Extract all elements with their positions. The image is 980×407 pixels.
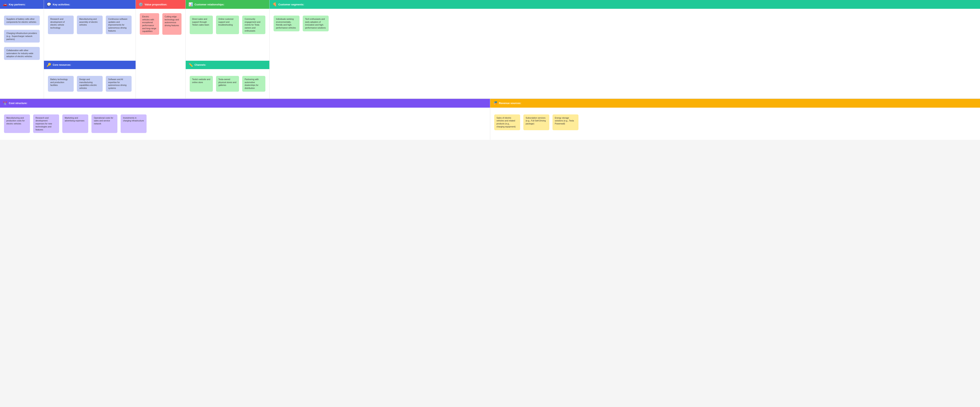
- cost-structure-body: Manufacturing and production costs for e…: [0, 108, 490, 140]
- list-item[interactable]: Manufacturing and assembly of electric v…: [77, 16, 103, 34]
- core-resources-icon: 🔑: [47, 63, 51, 67]
- key-partners-body: Suppliers of battery cells other compone…: [0, 9, 44, 99]
- list-item[interactable]: Investments in charging infrastructure: [121, 114, 146, 133]
- channels-body: Tesla's website and online store Tesla-o…: [186, 69, 269, 99]
- list-item[interactable]: Sales of electric vehicles and related p…: [494, 114, 520, 130]
- list-item[interactable]: Partnering with automotive dealerships f…: [242, 76, 266, 92]
- channels-title: Channels:: [194, 64, 206, 66]
- list-item[interactable]: Direct sales and support through Tesla's…: [190, 16, 213, 34]
- list-item[interactable]: Tesla-owned physical stores and gallerie…: [216, 76, 239, 92]
- value-proposition-body: Electric vehicles with exceptional perfo…: [136, 9, 186, 99]
- list-item[interactable]: Charging infrastructure providers (e.g.,…: [4, 30, 40, 43]
- list-item[interactable]: Community engagement and events for Tesl…: [242, 16, 266, 34]
- cost-structure-title: Cost structure:: [9, 102, 27, 105]
- customer-relationships-body: Direct sales and support through Tesla's…: [186, 9, 269, 61]
- list-item[interactable]: Collaboration with other automakers for …: [4, 47, 40, 60]
- cost-structure-cards: Manufacturing and production costs for e…: [3, 111, 487, 137]
- list-item[interactable]: Design and manufacturing capabilities el…: [77, 76, 103, 92]
- revenue-sources-icon: 🎏: [493, 101, 497, 105]
- list-item[interactable]: Electric vehicles with exceptional perfo…: [140, 13, 159, 35]
- value-proposition-icon: ⚙️: [138, 2, 143, 6]
- key-partners-header: 🚗 Key partners:: [0, 0, 44, 9]
- customer-relationships-panel: 📊 Customer relationships: Direct sales a…: [186, 0, 270, 99]
- customer-relationships-icon: 📊: [188, 2, 193, 6]
- key-activities-cards: Research and development of electric veh…: [47, 12, 132, 38]
- list-item[interactable]: Operational costs for sales and service …: [91, 114, 118, 133]
- activities-panel: 💬 Key activities: Research and developme…: [44, 0, 136, 99]
- customer-relationships-title: Customer relationships:: [194, 3, 224, 6]
- cost-structure-icon: ✂️: [3, 101, 7, 105]
- list-item[interactable]: Cutting-edge technology and autonomous d…: [162, 13, 182, 35]
- list-item[interactable]: Research and development of electric veh…: [48, 16, 74, 34]
- list-item[interactable]: Manufacturing and production costs for e…: [4, 114, 30, 133]
- key-partners-panel: 🚗 Key partners: Suppliers of battery cel…: [0, 0, 44, 99]
- list-item[interactable]: Tesla's website and online store: [190, 76, 213, 92]
- cost-structure-panel: ✂️ Cost structure: Manufacturing and pro…: [0, 99, 490, 140]
- list-item[interactable]: Research and development expenses for ne…: [33, 114, 59, 133]
- channels-cards: Tesla's website and online store Tesla-o…: [189, 72, 266, 95]
- key-activities-header: 💬 Key activities:: [44, 0, 135, 9]
- revenue-sources-title: Revenue sources:: [499, 102, 521, 105]
- customer-relationships-header: 📊 Customer relationships:: [186, 0, 269, 9]
- revenue-sources-cards: Sales of electric vehicles and related p…: [493, 111, 977, 134]
- business-model-canvas: 🚗 Key partners: Suppliers of battery cel…: [0, 0, 980, 140]
- core-resources-title: Core resources:: [53, 64, 71, 66]
- top-section: 🚗 Key partners: Suppliers of battery cel…: [0, 0, 980, 99]
- list-item[interactable]: Marketing and advertising expenses: [62, 114, 88, 133]
- customer-segments-icon: 🍕: [272, 2, 277, 6]
- list-item[interactable]: Online customer support and troubleshoot…: [216, 16, 239, 34]
- list-item[interactable]: Continuous software updates and improvem…: [106, 16, 132, 34]
- value-proposition-header: ⚙️ Value proposition:: [136, 0, 186, 9]
- customer-segments-panel: 🍕 Customer segments: Individuals seeking…: [270, 0, 980, 99]
- revenue-sources-panel: 🎏 Revenue sources: Sales of electric veh…: [490, 99, 980, 140]
- customer-segments-header: 🍕 Customer segments:: [270, 0, 980, 9]
- key-activities-icon: 💬: [47, 2, 51, 6]
- key-partners-cards: Suppliers of battery cells other compone…: [3, 12, 41, 64]
- core-resources-body: Battery technology and production facili…: [44, 69, 135, 99]
- value-proposition-panel: ⚙️ Value proposition: Electric vehicles …: [136, 0, 186, 99]
- list-item[interactable]: Individuals seeking environmentally-frie…: [274, 16, 299, 31]
- key-partners-icon: 🚗: [3, 2, 7, 6]
- list-item[interactable]: Software and AI expertise for autonomous…: [106, 76, 132, 92]
- core-resources-cards: Battery technology and production facili…: [47, 72, 132, 95]
- customer-segments-title: Customer segments:: [278, 3, 304, 6]
- channels-icon: ✏️: [188, 63, 193, 67]
- vp-cards: Electric vehicles with exceptional perfo…: [139, 12, 182, 36]
- list-item[interactable]: Battery technology and production facili…: [48, 76, 74, 92]
- channels-header: ✏️ Channels:: [186, 61, 269, 69]
- key-activities-body: Research and development of electric veh…: [44, 9, 135, 61]
- revenue-sources-header: 🎏 Revenue sources:: [490, 99, 980, 108]
- key-activities-title: Key activities:: [53, 3, 70, 6]
- customer-segments-body: Individuals seeking environmentally-frie…: [270, 9, 980, 99]
- cost-structure-header: ✂️ Cost structure:: [0, 99, 490, 108]
- list-item[interactable]: Energy storage solutions (e.g., Tesla Po…: [552, 114, 579, 130]
- bottom-section: ✂️ Cost structure: Manufacturing and pro…: [0, 99, 980, 140]
- list-item[interactable]: Tech enthusiasts and early adopters of i…: [303, 16, 329, 31]
- core-resources-header: 🔑 Core resources:: [44, 61, 135, 69]
- value-proposition-title: Value proposition:: [145, 3, 167, 6]
- list-item[interactable]: Subscription services (e.g., Full Self-D…: [523, 114, 549, 130]
- key-partners-title: Key partners:: [9, 3, 25, 6]
- revenue-sources-body: Sales of electric vehicles and related p…: [490, 108, 980, 140]
- customer-segments-cards: Individuals seeking environmentally-frie…: [273, 12, 977, 35]
- list-item[interactable]: Suppliers of battery cells other compone…: [4, 16, 40, 25]
- customer-relationships-cards: Direct sales and support through Tesla's…: [189, 12, 266, 38]
